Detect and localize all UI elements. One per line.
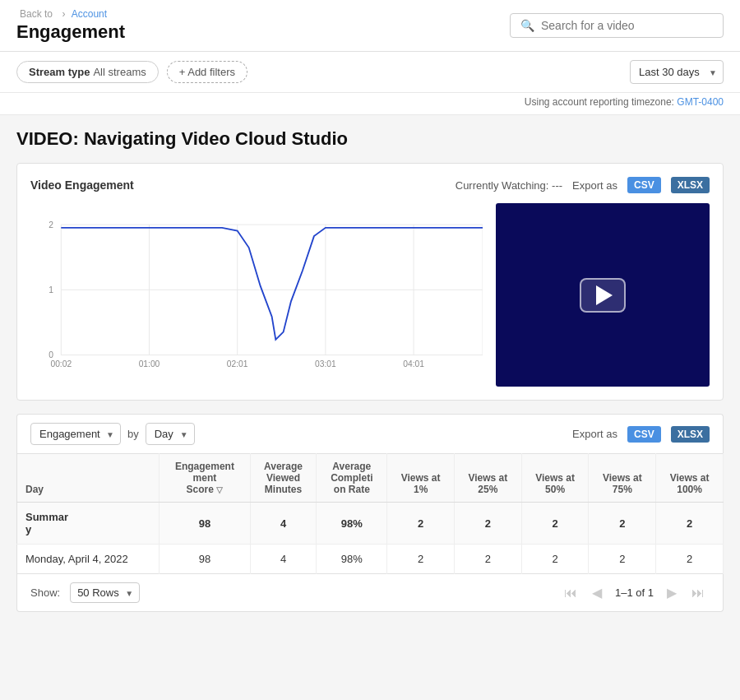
summary-avg-completion: 98% xyxy=(317,503,387,545)
chart-header-right: Currently Watching: --- Export as CSV XL… xyxy=(456,177,710,193)
breadcrumb-separator: › xyxy=(62,8,67,20)
main-content: VIDEO: Navigating Video Cloud Studio Vid… xyxy=(0,115,740,625)
chart-card-header: Video Engagement Currently Watching: ---… xyxy=(30,177,710,193)
engagement-chart-svg: 2 1 0 00:02 01:00 02:01 03:01 04:01 xyxy=(30,203,483,384)
row-views-25: 2 xyxy=(455,545,522,574)
svg-text:01:00: 01:00 xyxy=(139,359,160,369)
export-label: Export as xyxy=(572,179,617,192)
pagination-bar: Show: 50 Rows ⏮ ◀ 1–1 of 1 ▶ ⏭ xyxy=(16,574,724,612)
row-views-100: 2 xyxy=(656,545,724,574)
table-row: Monday, April 4, 2022 98 4 98% 2 2 2 2 2 xyxy=(17,545,724,574)
row-engagement: 98 xyxy=(160,545,250,574)
header-left: Back to › Account Engagement xyxy=(16,8,125,43)
summary-views-100: 2 xyxy=(656,503,724,545)
date-range-select[interactable]: Last 30 days xyxy=(630,60,724,84)
col-views-100: Views at100% xyxy=(656,454,724,503)
next-page-button[interactable]: ▶ xyxy=(662,583,682,603)
svg-text:00:02: 00:02 xyxy=(50,359,72,369)
chart-csv-button[interactable]: CSV xyxy=(627,177,661,193)
col-views-25: Views at25% xyxy=(455,454,522,503)
filters-left: Stream type All streams + Add filters xyxy=(16,61,247,83)
play-icon xyxy=(596,285,613,305)
pagination-controls: ⏮ ◀ 1–1 of 1 ▶ ⏭ xyxy=(559,583,710,603)
prev-page-button[interactable]: ◀ xyxy=(587,583,607,603)
stream-type-label: Stream type xyxy=(29,66,90,78)
first-page-button[interactable]: ⏮ xyxy=(559,583,582,603)
breadcrumb: Back to › Account xyxy=(16,8,125,20)
top-header: Back to › Account Engagement 🔍 xyxy=(0,0,740,52)
table-xlsx-button[interactable]: XLSX xyxy=(671,426,710,443)
stream-type-value: All streams xyxy=(93,66,146,78)
summary-views-25: 2 xyxy=(455,503,522,545)
col-engagement[interactable]: EngagementmentScore ▽ xyxy=(160,454,250,503)
metric-select[interactable]: Engagement xyxy=(30,423,121,445)
search-icon: 🔍 xyxy=(520,19,534,32)
show-label: Show: xyxy=(30,586,60,599)
table-export-controls: Export as CSV XLSX xyxy=(572,426,710,443)
filters-bar: Stream type All streams + Add filters La… xyxy=(0,52,740,93)
summary-row: Summary 98 4 98% 2 2 2 2 2 xyxy=(17,503,724,545)
last-page-button[interactable]: ⏭ xyxy=(687,583,710,603)
svg-text:1: 1 xyxy=(49,285,53,294)
table-export-label: Export as xyxy=(572,428,617,440)
row-avg-completion: 98% xyxy=(317,545,387,574)
filters-right: Last 30 days xyxy=(630,60,724,84)
timezone-link[interactable]: GMT-0400 xyxy=(677,96,724,108)
col-avg-completion: AverageCompletion Rate xyxy=(317,454,387,503)
chart-card: Video Engagement Currently Watching: ---… xyxy=(16,163,724,401)
chart-xlsx-button[interactable]: XLSX xyxy=(671,177,710,193)
table-header-row: Day EngagementmentScore ▽ AverageViewedM… xyxy=(17,454,724,503)
col-views-50: Views at50% xyxy=(521,454,589,503)
table-csv-button[interactable]: CSV xyxy=(627,426,661,443)
svg-text:0: 0 xyxy=(49,350,53,359)
period-select-wrapper: Day xyxy=(146,423,195,445)
summary-day: Summary xyxy=(17,503,160,545)
chart-and-video: 2 1 0 00:02 01:00 02:01 03:01 04:01 xyxy=(30,203,710,387)
date-range-wrapper: Last 30 days xyxy=(630,60,724,84)
back-to-label: Back to xyxy=(20,8,53,20)
metric-select-wrapper: Engagement xyxy=(30,423,121,445)
row-views-75: 2 xyxy=(589,545,656,574)
timezone-bar: Using account reporting timezone: GMT-04… xyxy=(0,93,740,115)
svg-text:04:01: 04:01 xyxy=(403,359,424,369)
currently-watching-label: Currently Watching: --- xyxy=(456,179,562,192)
row-day: Monday, April 4, 2022 xyxy=(17,545,160,574)
col-views-75: Views at75% xyxy=(589,454,656,503)
svg-text:03:01: 03:01 xyxy=(315,359,336,369)
chart-title: Video Engagement xyxy=(30,178,134,192)
search-input[interactable] xyxy=(541,19,713,32)
rows-select-wrapper: 50 Rows xyxy=(70,582,140,603)
timezone-text: Using account reporting timezone: xyxy=(525,96,674,108)
page-info: 1–1 of 1 xyxy=(612,586,657,599)
row-avg-viewed: 4 xyxy=(250,545,317,574)
video-preview[interactable] xyxy=(496,203,710,387)
summary-engagement: 98 xyxy=(160,503,250,545)
summary-avg-viewed: 4 xyxy=(250,503,317,545)
col-day: Day xyxy=(17,454,160,503)
svg-text:02:01: 02:01 xyxy=(227,359,248,369)
breadcrumb-account-link[interactable]: Account xyxy=(72,8,107,20)
table-controls-left: Engagement by Day xyxy=(30,423,195,445)
page-title: Engagement xyxy=(16,21,125,43)
sort-arrow: ▽ xyxy=(216,485,223,494)
row-views-50: 2 xyxy=(521,545,589,574)
col-avg-viewed: AverageViewedMinutes xyxy=(250,454,317,503)
col-views-1: Views at1% xyxy=(387,454,455,503)
add-filters-button[interactable]: + Add filters xyxy=(167,61,247,83)
stream-type-button[interactable]: Stream type All streams xyxy=(16,61,159,83)
play-button[interactable] xyxy=(580,278,626,313)
rows-per-page-select[interactable]: 50 Rows xyxy=(70,582,140,603)
svg-text:2: 2 xyxy=(49,220,53,229)
summary-views-50: 2 xyxy=(521,503,589,545)
row-views-1: 2 xyxy=(387,545,455,574)
chart-area: 2 1 0 00:02 01:00 02:01 03:01 04:01 xyxy=(30,203,483,387)
video-title: VIDEO: Navigating Video Cloud Studio xyxy=(16,128,724,150)
table-controls: Engagement by Day Export as CSV XLSX xyxy=(16,414,724,453)
by-label: by xyxy=(127,428,139,440)
summary-views-75: 2 xyxy=(589,503,656,545)
data-table: Day EngagementmentScore ▽ AverageViewedM… xyxy=(16,453,724,574)
period-select[interactable]: Day xyxy=(146,423,195,445)
summary-views-1: 2 xyxy=(387,503,455,545)
search-box: 🔍 xyxy=(510,13,724,38)
